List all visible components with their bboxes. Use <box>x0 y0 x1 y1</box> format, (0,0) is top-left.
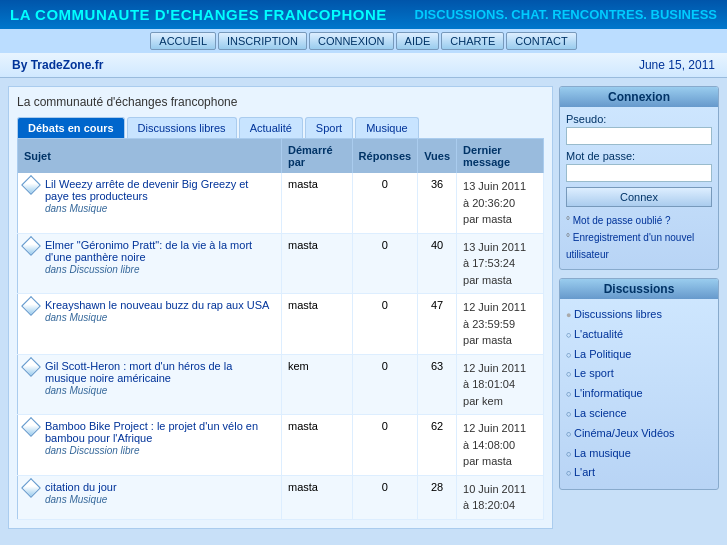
forum-name: dans Discussion libre <box>45 264 140 275</box>
password-label: Mot de passe: <box>566 150 712 162</box>
last-message-cell: 12 Juin 2011à 18:01:04par kem <box>457 354 544 415</box>
post-icon <box>21 175 41 195</box>
password-field: Mot de passe: <box>566 150 712 187</box>
tab-discussions-libres[interactable]: Discussions libres <box>127 117 237 138</box>
subheader: By TradeZone.fr June 15, 2011 <box>0 53 727 78</box>
forgot-password-link[interactable]: Mot de passe oublié ? <box>566 212 712 229</box>
subject-cell: Bamboo Bike Project : le projet d'un vél… <box>18 415 282 476</box>
subject-link[interactable]: Gil Scott-Heron : mort d'un héros de la … <box>45 360 232 384</box>
replies-cell: 0 <box>352 294 418 355</box>
tab-actualite[interactable]: Actualité <box>239 117 303 138</box>
password-input[interactable] <box>566 164 712 182</box>
pseudo-input[interactable] <box>566 127 712 145</box>
content-title: La communauté d'échanges francophone <box>17 95 544 109</box>
header: LA COMMUNAUTE D'ECHANGES FRANCOPHONE DIS… <box>0 0 727 29</box>
replies-cell: 0 <box>352 415 418 476</box>
discussion-item-1[interactable]: L'actualité <box>566 325 712 345</box>
discussion-item-0[interactable]: Discussions libres <box>566 305 712 325</box>
discussion-item-7[interactable]: La musique <box>566 444 712 464</box>
views-cell: 63 <box>418 354 457 415</box>
date: June 15, 2011 <box>639 58 715 72</box>
subject-cell: Elmer "Géronimo Pratt": de la vie à la m… <box>18 233 282 294</box>
forum-name: dans Musique <box>45 203 107 214</box>
last-message-cell: 10 Juin 2011à 18:20:04 <box>457 475 544 519</box>
tab-sport[interactable]: Sport <box>305 117 353 138</box>
register-link[interactable]: Enregistrement d'un nouvel utilisateur <box>566 229 712 263</box>
subject-cell: Gil Scott-Heron : mort d'un héros de la … <box>18 354 282 415</box>
discussion-item-4[interactable]: L'informatique <box>566 384 712 404</box>
tabs: Débats en cours Discussions libres Actua… <box>17 117 544 138</box>
nav-accueil[interactable]: ACCUEIL <box>150 32 216 50</box>
subject-link[interactable]: citation du jour <box>45 481 117 493</box>
started-by-cell: masta <box>281 233 352 294</box>
pseudo-field: Pseudo: <box>566 113 712 150</box>
started-by-cell: masta <box>281 475 352 519</box>
post-icon <box>21 417 41 437</box>
discussions-title: Discussions <box>560 279 718 299</box>
col-vues: Vues <box>418 139 457 174</box>
post-icon <box>21 478 41 498</box>
replies-cell: 0 <box>352 354 418 415</box>
nav-aide[interactable]: AIDE <box>396 32 440 50</box>
forum-table: Sujet Démarré par Réponses Vues Dernier … <box>17 138 544 520</box>
content-area: La communauté d'échanges francophone Déb… <box>8 86 553 529</box>
last-message-cell: 13 Juin 2011à 17:53:24par masta <box>457 233 544 294</box>
nav-charte[interactable]: CHARTE <box>441 32 504 50</box>
forum-name: dans Musique <box>45 312 107 323</box>
table-row: Elmer "Géronimo Pratt": de la vie à la m… <box>18 233 544 294</box>
forum-name: dans Discussion libre <box>45 445 140 456</box>
discussion-item-2[interactable]: La Politique <box>566 345 712 365</box>
forum-name: dans Musique <box>45 385 107 396</box>
discussion-item-6[interactable]: Cinéma/Jeux Vidéos <box>566 424 712 444</box>
subject-link[interactable]: Kreayshawn le nouveau buzz du rap aux US… <box>45 299 269 311</box>
started-by-cell: masta <box>281 294 352 355</box>
navbar: ACCUEIL INSCRIPTION CONNEXION AIDE CHART… <box>0 29 727 53</box>
connexion-box: Connexion Pseudo: Mot de passe: Connex M… <box>559 86 719 270</box>
discussion-item-5[interactable]: La science <box>566 404 712 424</box>
subject-link[interactable]: Elmer "Géronimo Pratt": de la vie à la m… <box>45 239 252 263</box>
nav-connexion[interactable]: CONNEXION <box>309 32 394 50</box>
replies-cell: 0 <box>352 233 418 294</box>
forum-name: dans Musique <box>45 494 107 505</box>
subject-link[interactable]: Lil Weezy arrête de devenir Big Greezy e… <box>45 178 248 202</box>
nav-contact[interactable]: CONTACT <box>506 32 576 50</box>
views-cell: 40 <box>418 233 457 294</box>
site-title: LA COMMUNAUTE D'ECHANGES FRANCOPHONE <box>10 6 387 23</box>
table-row: Gil Scott-Heron : mort d'un héros de la … <box>18 354 544 415</box>
discussion-item-8[interactable]: L'art <box>566 463 712 483</box>
tab-debats-en-cours[interactable]: Débats en cours <box>17 117 125 138</box>
table-row: Lil Weezy arrête de devenir Big Greezy e… <box>18 173 544 233</box>
tab-musique[interactable]: Musique <box>355 117 419 138</box>
col-dernier-message: Dernier message <box>457 139 544 174</box>
discussions-list: Discussions libresL'actualitéLa Politiqu… <box>566 305 712 483</box>
table-row: citation du jour dans Musique masta02810… <box>18 475 544 519</box>
started-by-cell: kem <box>281 354 352 415</box>
table-row: Bamboo Bike Project : le projet d'un vél… <box>18 415 544 476</box>
col-reponses: Réponses <box>352 139 418 174</box>
views-cell: 62 <box>418 415 457 476</box>
subject-link[interactable]: Bamboo Bike Project : le projet d'un vél… <box>45 420 258 444</box>
nav-inscription[interactable]: INSCRIPTION <box>218 32 307 50</box>
connex-button[interactable]: Connex <box>566 187 712 207</box>
views-cell: 47 <box>418 294 457 355</box>
discussions-box: Discussions Discussions libresL'actualit… <box>559 278 719 490</box>
discussion-item-3[interactable]: Le sport <box>566 364 712 384</box>
started-by-cell: masta <box>281 415 352 476</box>
sidebar: Connexion Pseudo: Mot de passe: Connex M… <box>559 86 719 529</box>
post-icon <box>21 357 41 377</box>
pseudo-label: Pseudo: <box>566 113 712 125</box>
replies-cell: 0 <box>352 173 418 233</box>
connexion-links: Mot de passe oublié ? Enregistrement d'u… <box>566 212 712 263</box>
last-message-cell: 12 Juin 2011à 14:08:00par masta <box>457 415 544 476</box>
table-row: Kreayshawn le nouveau buzz du rap aux US… <box>18 294 544 355</box>
subject-cell: citation du jour dans Musique <box>18 475 282 519</box>
tagline: DISCUSSIONS. CHAT. RENCONTRES. BUSINESS <box>415 7 717 22</box>
started-by-cell: masta <box>281 173 352 233</box>
connexion-title: Connexion <box>560 87 718 107</box>
by-tradezone: By TradeZone.fr <box>12 58 103 72</box>
col-sujet: Sujet <box>18 139 282 174</box>
subject-cell: Kreayshawn le nouveau buzz du rap aux US… <box>18 294 282 355</box>
post-icon <box>21 296 41 316</box>
main-layout: La communauté d'échanges francophone Déb… <box>0 78 727 537</box>
views-cell: 28 <box>418 475 457 519</box>
